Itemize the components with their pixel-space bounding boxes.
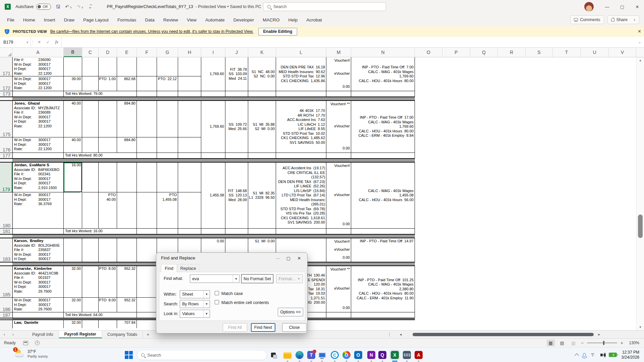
sheet-cell[interactable] (82, 266, 99, 297)
sheet-cell[interactable] (178, 153, 201, 158)
ribbon-tab-file[interactable]: File (3, 13, 19, 26)
sheet-cell[interactable] (248, 153, 276, 158)
sheet-cell[interactable]: PTO 1.00 (99, 76, 117, 91)
sheet-cell[interactable] (99, 238, 117, 262)
taskbar-app-qlik[interactable]: Q (378, 350, 387, 360)
row-header[interactable]: 176 (0, 137, 12, 153)
scroll-up-icon[interactable]: ▲ (637, 59, 644, 62)
zoom-level[interactable]: 130% (627, 341, 639, 345)
sheet-cell[interactable]: Law, Danielle (12, 320, 64, 328)
column-header-J[interactable]: J (225, 48, 248, 57)
sheet-cell[interactable]: W-In Dept:300017H Dept:300017Rate:36.376… (12, 192, 64, 228)
sheet-cell[interactable] (178, 229, 201, 234)
battery-icon[interactable]: ⚡ (609, 353, 617, 357)
protected-view-message[interactable]: Be careful—files from the Internet can c… (50, 29, 254, 34)
match-case-checkbox[interactable] (215, 291, 219, 295)
combo-chevron-icon[interactable]: ▼ (203, 310, 210, 317)
ribbon-tab-draw[interactable]: Draw (60, 13, 79, 26)
sheet-cell[interactable]: PTO 8.00 (99, 298, 117, 312)
scroll-right-icon[interactable]: ► (598, 333, 601, 336)
comments-button[interactable]: Comments (570, 15, 604, 24)
formula-input[interactable] (61, 37, 635, 47)
sheet-cell[interactable] (178, 76, 201, 91)
save-icon[interactable]: 🖫 (56, 4, 60, 9)
combo-chevron-icon[interactable]: ▼ (233, 275, 239, 283)
sheet-cell[interactable] (201, 229, 225, 234)
column-header-V[interactable]: V (609, 48, 636, 57)
sheet-cell[interactable]: PTO40.00 (99, 192, 117, 228)
sheet-cell[interactable]: 16.00 (64, 163, 82, 192)
new-sheet-button[interactable]: + (143, 330, 153, 338)
sheet-cell[interactable]: INP - PTO - Paid Time Off 7.00CALC - WAG… (351, 57, 415, 91)
spreadsheet-grid[interactable]: 171File #:236090W-In Dept:300017H Dept:3… (0, 57, 636, 330)
sheet-cell[interactable] (82, 298, 99, 312)
sheet-cell[interactable]: Voucher# **eVoucher0.00 (326, 266, 351, 312)
lookin-select[interactable]: Values▼ (180, 310, 210, 318)
sheet-cell[interactable] (137, 137, 157, 153)
total-hours-cell[interactable]: Totl Hrs Worked: 16.00 (64, 229, 137, 234)
sheet-cell[interactable] (248, 229, 276, 234)
dialog-minimize-icon[interactable]: — (274, 255, 282, 261)
sheet-cell[interactable] (137, 298, 157, 312)
sheet-cell[interactable] (137, 312, 157, 318)
match-entire-checkbox[interactable] (215, 300, 219, 304)
sheet-cell[interactable]: INP - PTO - Paid Time Off 101.25CALC - W… (351, 266, 415, 312)
column-header-S[interactable]: S (526, 48, 553, 57)
search-select[interactable]: By Rows▼ (180, 300, 210, 308)
horizontal-scrollbar[interactable]: ◄ ► (399, 333, 638, 337)
sheet-cell[interactable] (137, 101, 157, 137)
combo-chevron-icon[interactable]: ▼ (203, 291, 210, 298)
ribbon-tab-macro[interactable]: MACRO (258, 13, 284, 26)
sheet-cell[interactable] (225, 153, 248, 158)
taskbar-app-outlook[interactable]: O (354, 350, 363, 360)
sheet-cell[interactable]: PTO 22.12 (157, 76, 178, 91)
sheet-cell[interactable]: Karson, BradleyAssociate ID:8OL2GH8XEFil… (12, 238, 64, 262)
column-header-P[interactable]: P (442, 48, 470, 57)
sheet-cell[interactable]: 1,769.60 (201, 101, 225, 153)
namebox-chevron-icon[interactable]: ∨ (26, 41, 29, 44)
sheet-cell[interactable]: S1 NC 48.00S2 NC 0.00 (248, 57, 276, 91)
sheet-cell[interactable] (225, 229, 248, 234)
taskbar-app-teams[interactable]: T (307, 350, 316, 360)
sheet-cell[interactable]: ACC Accident Ins (19.17)CRE CRITICAL ILL… (276, 163, 326, 228)
taskbar-app-onenote[interactable]: N (367, 350, 376, 360)
sheet-cell[interactable] (351, 229, 415, 234)
ribbon-tab-review[interactable]: Review (159, 13, 182, 26)
column-header-C[interactable]: C (82, 48, 99, 57)
sheet-cell[interactable] (82, 192, 99, 228)
sheet-cell[interactable] (12, 153, 64, 158)
ribbon-tab-acrobat[interactable]: Acrobat (302, 13, 326, 26)
sheet-cell[interactable]: 32.00 (64, 320, 82, 328)
sheet-cell[interactable] (82, 163, 99, 192)
sheet-cell[interactable] (225, 91, 248, 97)
row-header[interactable] (0, 320, 12, 328)
taskbar-app-chrome[interactable] (342, 350, 351, 360)
column-header-U[interactable]: U (581, 48, 609, 57)
row-header[interactable]: 186 (0, 298, 12, 312)
minimize-button[interactable]: — (600, 0, 614, 13)
column-header-N[interactable]: N (351, 48, 415, 57)
dialog-close-icon[interactable]: ✕ (295, 255, 303, 261)
sheet-cell[interactable]: Voucher#eVoucher0.00 (326, 238, 351, 262)
column-header-L[interactable]: L (276, 48, 326, 57)
column-header-I[interactable]: I (201, 48, 225, 57)
sheet-cell[interactable] (99, 57, 117, 76)
sheet-cell[interactable] (178, 91, 201, 97)
sheet-cell[interactable] (178, 101, 201, 137)
sheet-cell[interactable] (326, 153, 351, 158)
column-header-H[interactable]: H (178, 48, 201, 57)
dialog-maximize-icon[interactable]: ▢ (284, 255, 292, 261)
tab-replace[interactable]: Replace (177, 264, 199, 272)
sheet-cell[interactable]: Voucher# **eVoucher0.00 (326, 101, 351, 153)
sheet-cell[interactable] (351, 312, 415, 318)
excel-app-icon[interactable]: X (5, 4, 11, 10)
sheet-cell[interactable]: Jones, GhazalAssociate ID:MYZBJMJTZFile … (12, 101, 64, 137)
sheet-cell[interactable]: INP - PTO - Paid Time Off 17.00CALC - WA… (351, 101, 415, 153)
protected-view-close-icon[interactable]: ✕ (638, 29, 641, 34)
total-hours-cell[interactable]: Totl Hrs Worked: 64.00 (64, 312, 137, 318)
taskbar-search-box[interactable]: Search (137, 350, 267, 360)
sheet-cell[interactable] (157, 229, 178, 234)
sheet-cell[interactable]: W-In Dept:300017H Dept:300017Rate:29.760… (12, 298, 64, 312)
enable-editing-button[interactable]: Enable Editing (258, 28, 298, 36)
column-header-R[interactable]: R (498, 48, 526, 57)
